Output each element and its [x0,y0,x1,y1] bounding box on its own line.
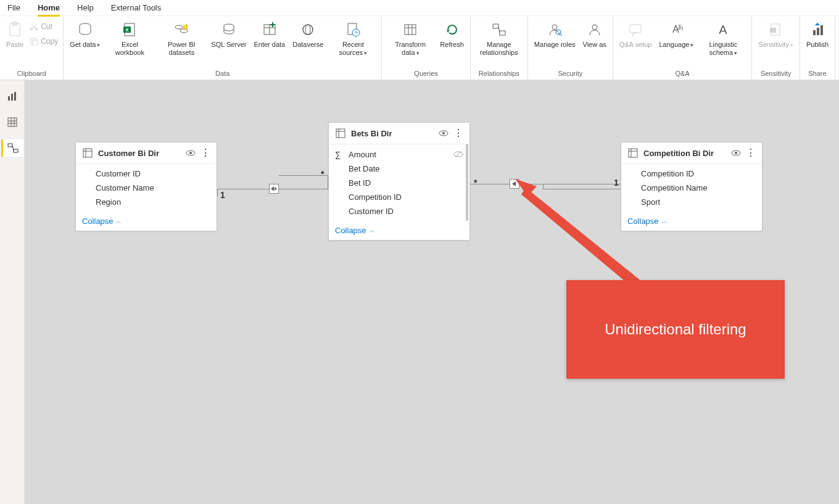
field-item[interactable]: Customer ID [329,204,469,218]
model-canvas[interactable]: 1 * * 1 Customer Bi Dir ⋮ Customer ID Cu… [25,80,839,504]
powerbi-datasets-button[interactable]: Power BI datasets [155,19,207,58]
svg-point-69 [189,152,192,154]
recent-sources-icon [345,20,361,39]
svg-marker-48 [815,23,820,25]
cut-button: Cut [30,20,58,33]
view-as-button[interactable]: View as [579,19,610,50]
sql-server-button[interactable]: SQL Server [207,19,250,58]
table-icon [335,128,346,139]
svg-line-36 [560,34,562,36]
field-item[interactable]: Region [76,195,217,209]
manage-relationships-button[interactable]: Manage relationships [473,19,525,58]
more-options-icon[interactable]: ⋮ [200,148,210,158]
powerbi-datasets-icon [173,20,189,39]
cardinality-many-2: * [474,178,477,188]
left-nav [0,80,25,504]
svg-rect-51 [14,92,16,101]
svg-rect-70 [336,129,345,138]
svg-marker-30 [447,30,450,33]
model-view-button[interactable] [1,139,23,157]
publish-icon [809,20,825,39]
svg-rect-45 [813,30,816,35]
enter-data-icon [262,20,278,39]
svg-point-13 [180,29,188,33]
excel-workbook-button[interactable]: XExcel workbook [104,19,155,58]
language-icon: Aあ [668,20,684,39]
view-as-icon [587,20,603,39]
svg-rect-52 [8,118,17,126]
linguistic-schema-icon: A [715,20,731,39]
language-button[interactable]: AあLanguage [655,19,697,58]
svg-rect-31 [493,24,498,28]
model-view-icon [7,143,19,154]
manage-roles-icon [547,20,563,39]
ribbon-group-security: Manage roles View as Security [528,16,613,80]
field-item[interactable]: Customer ID [76,167,217,181]
svg-point-81 [735,152,737,154]
hidden-icon[interactable] [453,149,463,159]
menu-help[interactable]: Help [77,1,94,15]
ribbon-group-share: Publish Share [800,16,835,80]
visibility-icon[interactable] [731,148,741,158]
svg-point-74 [442,132,445,134]
transform-data-icon [402,20,418,39]
table-title: Competition Bi Dir [643,149,726,158]
more-options-icon[interactable]: ⋮ [746,148,756,158]
report-view-button[interactable] [1,88,23,105]
ribbon: Paste Cut Copy Clipboard Get data XExcel… [0,16,839,80]
visibility-icon[interactable] [186,148,196,158]
ribbon-label-data: Data [66,70,379,78]
ribbon-label-share: Share [803,70,832,78]
collapse-button[interactable]: Collapse︿ [329,221,469,240]
copy-button: Copy [30,35,58,48]
svg-text:A: A [719,23,728,36]
manage-roles-button[interactable]: Manage roles [531,19,579,50]
field-item[interactable]: ∑Amount [329,147,469,162]
relationship-line-step [217,189,220,196]
enter-data-button[interactable]: Enter data [250,19,289,58]
svg-line-33 [498,27,500,33]
collapse-button[interactable]: Collapse︿ [76,212,217,231]
annotation-callout: Unidirectional filtering [566,280,785,379]
svg-rect-14 [183,25,185,29]
field-item[interactable]: Bet Date [329,162,469,176]
ribbon-group-relationships: Manage relationships Relationships [471,16,528,80]
svg-point-37 [592,25,597,30]
menu-file[interactable]: File [7,1,20,15]
table-customer[interactable]: Customer Bi Dir ⋮ Customer ID Customer N… [75,142,217,231]
svg-rect-26 [405,25,416,35]
table-title: Customer Bi Dir [98,149,181,158]
sql-server-icon [221,20,237,39]
get-data-button[interactable]: Get data [66,19,104,58]
field-item[interactable]: Customer Name [76,181,217,195]
svg-line-59 [12,146,14,151]
cardinality-one: 1 [220,190,225,200]
qa-setup-icon [627,20,643,39]
transform-data-button[interactable]: Transform data [384,19,436,58]
data-view-button[interactable] [1,114,23,131]
more-options-icon[interactable]: ⋮ [453,128,463,138]
field-item[interactable]: Competition ID [329,190,469,204]
table-icon [82,147,93,159]
refresh-button[interactable]: Refresh [436,19,468,58]
recent-sources-button[interactable]: Recent sources [327,19,379,58]
menu-home[interactable]: Home [38,1,60,17]
svg-rect-1 [12,22,17,25]
publish-button[interactable]: Publish [803,19,832,50]
svg-marker-63 [275,187,277,191]
cardinality-many: * [321,169,324,179]
svg-text:あ: あ [677,23,684,30]
dataverse-button[interactable]: Dataverse [289,19,327,58]
svg-rect-65 [83,149,92,157]
field-item[interactable]: Bet ID [329,176,469,190]
svg-text:X: X [126,27,130,33]
linguistic-schema-button[interactable]: ALinguistic schema [697,19,749,58]
table-bets[interactable]: Bets Bi Dir ⋮ ∑Amount Bet Date Bet ID Co… [328,122,470,241]
svg-point-12 [175,25,183,29]
visibility-icon[interactable] [439,128,448,138]
cut-icon [30,22,38,31]
menu-external-tools[interactable]: External Tools [111,1,161,15]
svg-marker-39 [632,33,636,36]
svg-rect-50 [11,94,13,101]
filter-direction-both[interactable] [269,184,279,194]
